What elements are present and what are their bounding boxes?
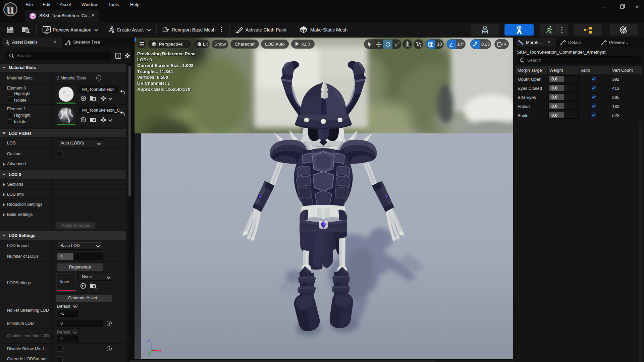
svg-text:Y: Y — [148, 353, 151, 357]
svg-text:X: X — [159, 349, 161, 353]
svg-text:Z: Z — [147, 338, 150, 343]
